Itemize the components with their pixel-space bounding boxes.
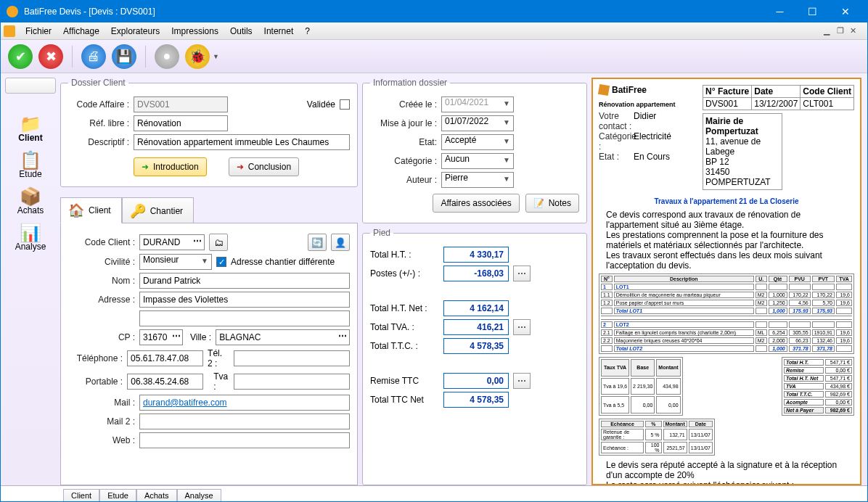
conclusion-button[interactable]: ➜Conclusion [229,157,299,176]
adresse-input[interactable] [139,292,350,308]
tab-client[interactable]: 🏠Client [60,197,122,223]
sidebar-item-analyse[interactable]: 📊Analyse [3,221,58,255]
sidebar-item-etude[interactable]: 📋Etude [3,149,58,182]
mail-input[interactable] [139,395,350,411]
close-button[interactable]: ✕ [829,1,861,22]
remise-value: 0,00 [443,373,509,389]
validee-label: Validée [307,99,335,110]
refresh-icon-button[interactable]: 🔄 [308,234,327,251]
introduction-button[interactable]: ➜Introduction [134,157,207,176]
sidebar-item-client[interactable]: 📁Client [3,112,58,146]
code-client-label: Code Client : [68,237,135,247]
sidebar: 📁Client 📋Etude 📦Achats 📊Analyse [1,73,60,485]
minimize-button[interactable]: ─ [763,1,796,22]
ville-input[interactable] [216,329,350,345]
person-icon-button[interactable]: 👤 [331,234,350,251]
notes-button[interactable]: 📝Notes [525,194,579,213]
menu-outils[interactable]: Outils [224,25,258,38]
remise-detail-button[interactable]: ⋯ [513,373,531,389]
mdi-close-icon[interactable]: ✕ [850,26,860,36]
mdi-restore-icon[interactable]: ❐ [837,26,847,36]
mail2-input[interactable] [139,413,350,429]
validate-button[interactable]: ✔ [8,44,33,69]
adresse-label: Adresse : [68,295,135,305]
postes-detail-button[interactable]: ⋯ [513,266,531,281]
adresse2-input[interactable] [139,310,350,326]
dots-icon[interactable]: ⋯ [172,331,181,341]
creee-select: 01/04/2021▼ [441,96,514,112]
list-icon: 📋 [3,152,58,169]
validee-checkbox[interactable] [340,99,350,110]
total-ht-label: Total H.T. : [370,250,439,260]
tel2-input[interactable] [234,350,350,366]
tva-input[interactable] [234,374,350,390]
dropdown-arrow-icon[interactable]: ▼ [213,53,219,60]
maximize-button[interactable]: ☐ [796,1,829,22]
tva-detail-button[interactable]: ⋯ [513,319,531,335]
bottom-tab-client[interactable]: Client [63,489,99,501]
remise-label: Remise TTC [370,376,439,386]
etat-select[interactable]: Accepté▼ [441,134,514,150]
affaires-associees-button[interactable]: Affaires associées [433,194,519,213]
auteur-label: Auteur : [370,175,437,185]
preview-work-title: Travaux à l'appartement 21 de La Closeri… [599,197,854,205]
code-affaire-input [134,96,228,112]
maj-select[interactable]: 01/07/2022▼ [441,115,514,131]
portable-label: Portable : [68,376,123,387]
arrow-right-icon: ➜ [142,162,149,172]
cat-select[interactable]: Aucun▼ [441,153,514,169]
postes-label: Postes (+/-) : [370,268,439,279]
total-net-label: Total TTC Net [370,395,439,405]
web-input[interactable] [139,432,350,448]
titlebar: BatiFree Devis - [Devis : DVS001] ─ ☐ ✕ [1,1,867,22]
portable-input[interactable] [127,374,203,390]
sidebar-selector[interactable] [5,78,56,94]
save-button[interactable]: 💾 [112,44,136,69]
highlight-button[interactable]: 🐞 [185,44,210,69]
dots-icon[interactable]: ⋯ [193,236,202,246]
sidebar-label: Etude [3,169,58,179]
dossier-client-legend: Dossier Client [68,78,128,88]
cancel-button[interactable]: ✖ [38,44,63,69]
sidebar-label: Analyse [3,242,58,252]
menu-internet[interactable]: Internet [258,25,300,38]
total-ht-value: 4 330,17 [443,247,509,263]
adresse-diff-checkbox[interactable]: ✓ [216,257,226,267]
dots-icon[interactable]: ⋯ [338,331,347,341]
dossier-client-group: Dossier Client Code Affaire : Validée Ré… [60,78,358,187]
descriptif-input[interactable] [134,134,350,150]
sidebar-item-achats[interactable]: 📦Achats [3,185,58,218]
bottom-tab-etude[interactable]: Etude [99,489,136,501]
menu-affichage[interactable]: Affichage [57,25,105,38]
mdi-minimize-icon[interactable]: ▁ [824,26,834,36]
tab-chantier[interactable]: 🔑Chantier [122,197,194,223]
preview-lines-table: N°DescriptionU.QtéPVUPVTTVA 1LOT1 1.1Dém… [599,273,854,354]
print-button[interactable]: 🖨 [81,44,106,69]
sidebar-label: Client [3,133,58,143]
preview-brand: BatiFree [599,85,676,95]
total-net-value: 4 578,35 [443,392,509,408]
info-legend: Information dossier [370,78,450,88]
bottom-tab-achats[interactable]: Achats [136,489,177,501]
toolbar: ✔ ✖ 🖨 💾 ● 🐞▼ [1,40,867,73]
tel-input[interactable] [127,350,203,366]
menu-impressions[interactable]: Impressions [165,25,224,38]
menu-help[interactable]: ? [299,25,316,38]
civilite-select[interactable]: Monsieur▼ [139,254,212,270]
bottom-tab-analyse[interactable]: Analyse [177,489,221,501]
nom-label: Nom : [68,276,135,286]
cp-label: CP : [68,332,135,342]
info-dossier-group: Information dossier Créée le :01/04/2021… [362,78,587,223]
client-tab-pane: Code Client : ⋯ 🗂 🔄 👤 Civilité : Monsieu… [60,223,358,485]
menubar: Fichier Affichage Explorateurs Impressio… [1,22,867,40]
menu-fichier[interactable]: Fichier [20,25,57,38]
card-icon-button[interactable]: 🗂 [209,234,228,251]
note-icon: 📝 [533,198,544,208]
ref-libre-input[interactable] [134,115,228,131]
tva-label: Tva : [213,371,229,392]
box-icon: 📦 [3,188,58,205]
pied-legend: Pied [370,228,393,238]
menu-explorateurs[interactable]: Explorateurs [105,25,165,38]
nom-input[interactable] [139,273,350,289]
auteur-select[interactable]: Pierre▼ [441,172,514,188]
